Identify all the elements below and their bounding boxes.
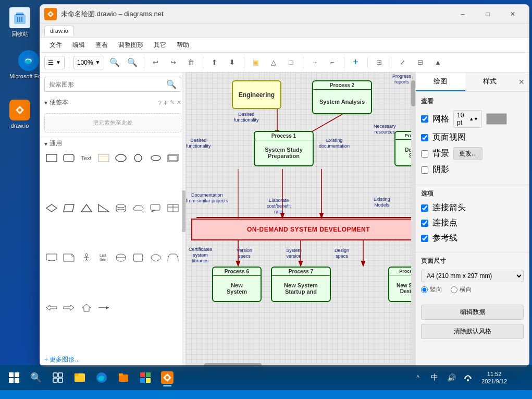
canvas-area[interactable]: Progressreports Engineering Process 2 Sy… <box>186 72 415 367</box>
more-shapes-button[interactable]: + 更多图形... <box>40 352 185 367</box>
connect-point-checkbox[interactable] <box>421 220 428 227</box>
menu-view[interactable]: 查看 <box>91 39 112 51</box>
grid-color-box[interactable] <box>486 113 507 125</box>
shape-cloud[interactable] <box>131 202 145 214</box>
snippets-edit-icon[interactable]: ✎ <box>170 99 175 106</box>
shape-sticky[interactable] <box>96 152 111 164</box>
task-view-button[interactable] <box>48 368 68 388</box>
input-lang-indicator[interactable]: 中 <box>427 368 442 388</box>
delete-button[interactable]: 🗑 <box>184 55 199 70</box>
taskbar-drawio-app[interactable] <box>157 368 177 388</box>
tab-drawio[interactable]: draw.io <box>44 26 74 36</box>
shape-diamond[interactable] <box>44 202 59 214</box>
shadow-checkbox[interactable] <box>421 166 428 174</box>
taskbar-explorer[interactable] <box>70 368 90 388</box>
clear-style-button[interactable]: 清除默认风格 <box>421 324 524 339</box>
table-button[interactable]: ⊞ <box>372 55 387 70</box>
shape-circle[interactable] <box>131 152 145 164</box>
line-color-button[interactable]: △ <box>266 55 281 70</box>
sidebar-scroll-thumb[interactable] <box>182 190 185 232</box>
shape-arrow-up[interactable] <box>79 302 94 313</box>
snippets-add-icon[interactable]: + <box>164 99 168 107</box>
taskbar-store[interactable] <box>135 368 155 388</box>
menu-file[interactable]: 文件 <box>45 39 66 51</box>
zoom-box[interactable]: 100% ▼ <box>73 56 104 69</box>
shape-d3[interactable] <box>149 252 163 263</box>
canvas-v-thumb[interactable] <box>411 80 415 106</box>
process1-node[interactable]: Process 1 System StudyPreparation <box>254 131 314 166</box>
border-button[interactable]: □ <box>284 55 299 70</box>
shape-d2[interactable] <box>131 252 145 263</box>
shape-list[interactable]: ListItem <box>96 252 111 263</box>
tray-chevron[interactable]: ^ <box>411 368 425 388</box>
start-button[interactable] <box>4 368 24 388</box>
background-checkbox[interactable] <box>421 150 428 158</box>
search-input-wrap[interactable]: 🔍 <box>44 77 181 92</box>
shape-table[interactable] <box>166 202 180 214</box>
shape-line[interactable] <box>96 302 111 313</box>
close-button[interactable]: ✕ <box>501 5 525 23</box>
menu-edit[interactable]: 编辑 <box>68 39 89 51</box>
process6-node[interactable]: Process 6 NewSystem <box>212 267 262 302</box>
recycle-bin-icon[interactable]: 回收站 <box>6 4 33 41</box>
change-button[interactable]: 更改... <box>453 147 482 160</box>
fullscreen-button[interactable]: ⤢ <box>395 55 410 70</box>
tab-style[interactable]: 样式 <box>465 72 515 91</box>
tab-drawing[interactable]: 绘图 <box>416 72 465 91</box>
canvas-v-scrollbar[interactable] <box>411 72 415 367</box>
on-demand-bar[interactable]: ON-DEMAND SYSTEM DEVELOPMENT <box>191 219 415 240</box>
shape-arrow-right[interactable] <box>61 302 76 313</box>
minimize-button[interactable]: – <box>451 5 475 23</box>
grid-value[interactable]: 10 pt ▲▼ <box>453 110 482 128</box>
waypoint-button[interactable]: ⌐ <box>325 55 340 70</box>
network-icon[interactable] <box>461 368 475 388</box>
drawio-desktop-icon[interactable]: draw.io <box>6 96 33 132</box>
grid-checkbox[interactable] <box>421 115 428 123</box>
shape-page[interactable] <box>61 252 76 263</box>
menu-adjust[interactable]: 调整图形 <box>114 39 147 51</box>
portrait-radio[interactable] <box>421 286 428 293</box>
guide-checkbox[interactable] <box>421 235 428 242</box>
shape-rect-rounded[interactable] <box>61 152 76 164</box>
add-button[interactable]: + <box>349 55 363 70</box>
taskbar-edge[interactable] <box>92 368 112 388</box>
collapse-button[interactable]: ▲ <box>431 55 446 70</box>
shape-oval[interactable] <box>149 152 163 164</box>
snippets-close-icon[interactable]: ✕ <box>177 99 181 106</box>
shape-d1[interactable] <box>114 252 128 263</box>
snippets-header[interactable]: ▾ 便签本 ? + ✎ ✕ <box>40 96 185 109</box>
undo-button[interactable]: ↩ <box>149 55 163 70</box>
taskbar-search-button[interactable]: 🔍 <box>26 368 46 388</box>
connect-arrow-checkbox[interactable] <box>421 204 428 212</box>
volume-icon[interactable]: 🔊 <box>444 368 459 388</box>
sidebar-toggle-dropdown[interactable]: ☰ ▼ <box>44 56 65 69</box>
zoom-out-button[interactable]: 🔍 <box>125 55 140 70</box>
to-front-button[interactable]: ⬆ <box>207 55 222 70</box>
shape-cylinder[interactable] <box>114 202 128 214</box>
shape-rect-3d[interactable] <box>166 152 180 164</box>
panel-close-button[interactable]: ✕ <box>514 72 529 91</box>
taskbar-files[interactable] <box>114 368 133 388</box>
page-size-select[interactable]: A4 (210 mm x 297 mm) <box>421 270 524 282</box>
process7-node[interactable]: Process 7 New SystemStartup and <box>271 267 331 302</box>
shape-d4[interactable] <box>166 252 180 263</box>
general-section-header[interactable]: ▾ 通用 <box>40 137 185 150</box>
shape-parallelogram[interactable] <box>61 202 76 214</box>
notification-button[interactable] <box>513 368 528 388</box>
zoom-in-button[interactable]: 🔍 <box>107 55 122 70</box>
menu-other[interactable]: 其它 <box>150 39 170 51</box>
grid-spinner-icon[interactable]: ▲▼ <box>469 116 478 122</box>
portrait-label[interactable]: 竖向 <box>421 285 442 294</box>
menu-help[interactable]: 帮助 <box>172 39 193 51</box>
panel-button[interactable]: ⊟ <box>413 55 428 70</box>
shape-callout[interactable] <box>149 202 163 214</box>
shape-actor[interactable] <box>79 252 94 263</box>
shape-document[interactable] <box>44 252 59 263</box>
engineering-node[interactable]: Engineering <box>232 80 281 109</box>
maximize-button[interactable]: □ <box>476 5 500 23</box>
fill-color-button[interactable]: ▣ <box>249 55 263 70</box>
snippets-help-icon[interactable]: ? <box>158 100 162 106</box>
shape-rect[interactable] <box>44 152 59 164</box>
search-input[interactable] <box>49 81 163 88</box>
sidebar-scrollbar[interactable] <box>182 72 185 367</box>
